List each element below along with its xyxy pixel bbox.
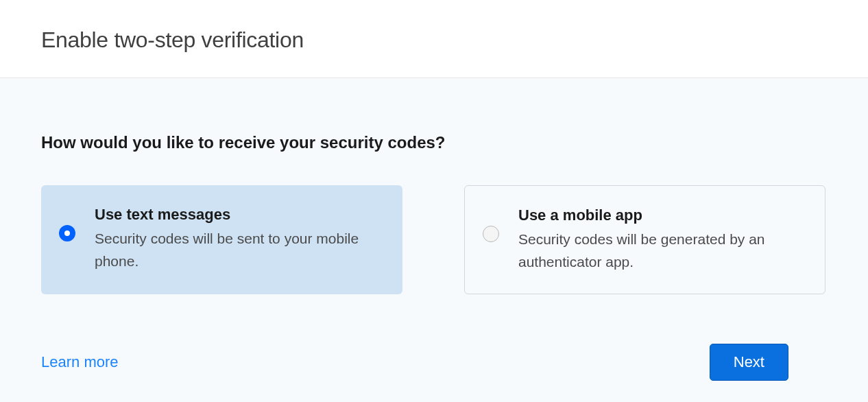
page-header: Enable two-step verification bbox=[0, 0, 868, 78]
radio-unselected-icon bbox=[483, 226, 499, 242]
radio-text-messages[interactable] bbox=[59, 225, 75, 241]
options-container: Use text messages Security codes will be… bbox=[41, 185, 827, 294]
radio-mobile-app[interactable] bbox=[483, 226, 499, 242]
security-code-question: How would you like to receive your secur… bbox=[41, 133, 827, 152]
learn-more-link[interactable]: Learn more bbox=[41, 353, 119, 371]
option-text-messages[interactable]: Use text messages Security codes will be… bbox=[41, 185, 402, 294]
option-mobile-app-title: Use a mobile app bbox=[518, 206, 804, 224]
option-text-messages-desc: Security codes will be sent to your mobi… bbox=[95, 228, 382, 272]
option-text-messages-title: Use text messages bbox=[95, 206, 382, 224]
next-button[interactable]: Next bbox=[710, 344, 788, 381]
footer-row: Learn more Next bbox=[41, 344, 827, 381]
option-text-messages-text: Use text messages Security codes will be… bbox=[95, 206, 382, 272]
content-area: How would you like to receive your secur… bbox=[0, 78, 868, 402]
option-mobile-app-text: Use a mobile app Security codes will be … bbox=[518, 206, 804, 273]
radio-selected-icon bbox=[59, 225, 75, 241]
option-mobile-app[interactable]: Use a mobile app Security codes will be … bbox=[464, 185, 825, 294]
option-mobile-app-desc: Security codes will be generated by an a… bbox=[518, 228, 804, 273]
page-title: Enable two-step verification bbox=[41, 27, 827, 53]
